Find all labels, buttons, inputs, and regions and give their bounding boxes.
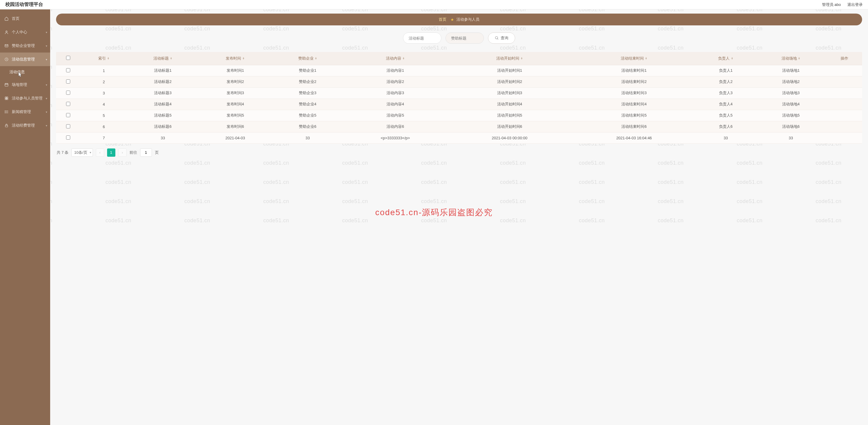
cell-sponsor: 赞助企业1 bbox=[272, 65, 343, 76]
goto-page-input[interactable] bbox=[140, 148, 152, 157]
column-header[interactable]: 索引▲▼ bbox=[81, 52, 127, 65]
cell-pub: 发布时间5 bbox=[198, 110, 272, 121]
column-header-label: 赞助企业 bbox=[298, 56, 314, 61]
grid-icon bbox=[4, 96, 9, 101]
filter-bar: 查询 bbox=[56, 32, 862, 44]
column-header[interactable]: 活动标题▲▼ bbox=[127, 52, 198, 65]
filter-activity-title-input[interactable] bbox=[403, 32, 441, 44]
search-button[interactable]: 查询 bbox=[488, 32, 515, 44]
sidebar-item-0[interactable]: 首页 bbox=[0, 12, 50, 25]
table-row: 1活动标题1发布时间1赞助企业1活动内容1活动开始时间1活动结束时间1负责人1活… bbox=[56, 65, 862, 76]
column-header[interactable]: 活动结束时间▲▼ bbox=[572, 52, 696, 65]
goto-prefix: 前往 bbox=[129, 150, 137, 155]
mail-icon bbox=[4, 43, 9, 48]
cell-owner: 负责人1 bbox=[696, 65, 755, 76]
cell-pub: 发布时间6 bbox=[198, 121, 272, 132]
cell-pub: 发布时间4 bbox=[198, 98, 272, 110]
table-row: 3活动标题3发布时间3赞助企业3活动内容3活动开始时间3活动结束时间3负责人3活… bbox=[56, 87, 862, 98]
sidebar-subitem[interactable]: 活动信息 bbox=[0, 66, 50, 78]
table-row: 6活动标题6发布时间6赞助企业6活动内容6活动开始时间6活动结束时间6负责人6活… bbox=[56, 121, 862, 132]
cell-content: 活动内容3 bbox=[343, 87, 447, 98]
sidebar-item-7[interactable]: 活动经费管理▾ bbox=[0, 119, 50, 132]
cell-pub: 发布时间3 bbox=[198, 87, 272, 98]
column-header[interactable]: 负责人▲▼ bbox=[696, 52, 755, 65]
cell-owner: 33 bbox=[696, 132, 755, 144]
cell-idx: 3 bbox=[81, 87, 127, 98]
sidebar-item-6[interactable]: 新闻稿管理▾ bbox=[0, 105, 50, 119]
row-checkbox[interactable] bbox=[66, 80, 70, 84]
chevron-down-icon: ▾ bbox=[46, 83, 47, 87]
column-header[interactable]: 活动场地▲▼ bbox=[755, 52, 827, 65]
svg-rect-7 bbox=[5, 97, 6, 98]
star-icon: ★ bbox=[451, 18, 454, 22]
row-checkbox[interactable] bbox=[66, 102, 70, 106]
column-header-label: 索引 bbox=[98, 56, 106, 61]
chevron-down-icon: ▾ bbox=[46, 111, 47, 114]
select-all-checkbox[interactable] bbox=[66, 56, 70, 60]
cell-end: 活动结束时间3 bbox=[572, 87, 696, 98]
cell-title: 活动标题6 bbox=[127, 121, 198, 132]
filter-sponsor-title-input[interactable] bbox=[445, 32, 484, 44]
cell-venue: 活动场地3 bbox=[755, 87, 827, 98]
cell-idx: 5 bbox=[81, 110, 127, 121]
list-icon bbox=[4, 110, 9, 114]
svg-rect-3 bbox=[5, 84, 8, 86]
sidebar-item-1[interactable]: 个人中心▾ bbox=[0, 25, 50, 39]
cell-end: 活动结束时间2 bbox=[572, 76, 696, 87]
cell-title: 活动标题3 bbox=[127, 87, 198, 98]
sidebar-item-5[interactable]: 活动参与人员管理▾ bbox=[0, 91, 50, 105]
sidebar-item-3[interactable]: 活动信息管理▾ bbox=[0, 53, 50, 66]
svg-point-18 bbox=[495, 37, 498, 39]
cell-sponsor: 赞助企业5 bbox=[272, 110, 343, 121]
column-header[interactable]: 活动内容▲▼ bbox=[343, 52, 447, 65]
sort-icon: ▲▼ bbox=[521, 57, 523, 60]
main-content: 首页 ★ 活动参与人员 查询 索引▲▼活动标题▲▼发布时间▲▼赞助企业▲▼活动内… bbox=[50, 9, 868, 425]
column-header-label: 活动结束时间 bbox=[621, 56, 644, 61]
lock-icon bbox=[4, 123, 9, 128]
cell-actions bbox=[827, 65, 862, 76]
sidebar-item-2[interactable]: 赞助企业管理▾ bbox=[0, 39, 50, 53]
breadcrumb-home-link[interactable]: 首页 bbox=[439, 17, 446, 22]
prev-page-button[interactable]: ‹ bbox=[96, 148, 104, 157]
cell-actions bbox=[827, 76, 862, 87]
column-header[interactable]: 操作 bbox=[827, 52, 862, 65]
cell-end: 活动结束时间4 bbox=[572, 98, 696, 110]
cell-end: 活动结束时间6 bbox=[572, 121, 696, 132]
table-row: 2活动标题2发布时间2赞助企业2活动内容2活动开始时间2活动结束时间2负责人2活… bbox=[56, 76, 862, 87]
row-checkbox[interactable] bbox=[66, 91, 70, 95]
current-user-label[interactable]: 管理员 abo bbox=[822, 2, 841, 7]
sort-icon: ▲▼ bbox=[170, 57, 172, 60]
user-icon bbox=[4, 30, 9, 34]
data-table: 索引▲▼活动标题▲▼发布时间▲▼赞助企业▲▼活动内容▲▼活动开始时间▲▼活动结束… bbox=[56, 52, 862, 144]
column-header[interactable]: 赞助企业▲▼ bbox=[272, 52, 343, 65]
column-header-label: 活动内容 bbox=[386, 56, 401, 61]
row-checkbox[interactable] bbox=[66, 135, 70, 140]
cell-venue: 活动场地1 bbox=[755, 65, 827, 76]
cell-content: 活动内容1 bbox=[343, 65, 447, 76]
cell-owner: 负责人3 bbox=[696, 87, 755, 98]
next-page-button[interactable]: › bbox=[118, 148, 127, 157]
cell-venue: 活动场地5 bbox=[755, 110, 827, 121]
column-header-label: 负责人 bbox=[718, 56, 730, 61]
cell-start: 活动开始时间5 bbox=[447, 110, 572, 121]
page-number-button[interactable]: 1 bbox=[107, 148, 115, 157]
cell-content: 活动内容5 bbox=[343, 110, 447, 121]
row-checkbox[interactable] bbox=[66, 68, 70, 72]
sidebar-item-4[interactable]: 场地管理▾ bbox=[0, 78, 50, 91]
search-button-label: 查询 bbox=[501, 35, 508, 41]
logout-link[interactable]: 退出登录 bbox=[847, 2, 863, 7]
cell-content: 活动内容6 bbox=[343, 121, 447, 132]
column-header[interactable]: 发布时间▲▼ bbox=[198, 52, 272, 65]
row-checkbox[interactable] bbox=[66, 124, 70, 128]
cell-end: 活动结束时间5 bbox=[572, 110, 696, 121]
column-header-label: 发布时间 bbox=[226, 56, 241, 61]
row-checkbox[interactable] bbox=[66, 113, 70, 117]
cell-owner: 负责人4 bbox=[696, 98, 755, 110]
page-size-select[interactable]: 10条/页 bbox=[71, 148, 93, 157]
column-header[interactable]: 活动开始时间▲▼ bbox=[447, 52, 572, 65]
cell-start: 2021-04-03 00:00:00 bbox=[447, 132, 572, 144]
sort-icon: ▲▼ bbox=[402, 57, 405, 60]
cell-pub: 发布时间2 bbox=[198, 76, 272, 87]
clock-icon bbox=[4, 57, 9, 62]
cell-start: 活动开始时间4 bbox=[447, 98, 572, 110]
